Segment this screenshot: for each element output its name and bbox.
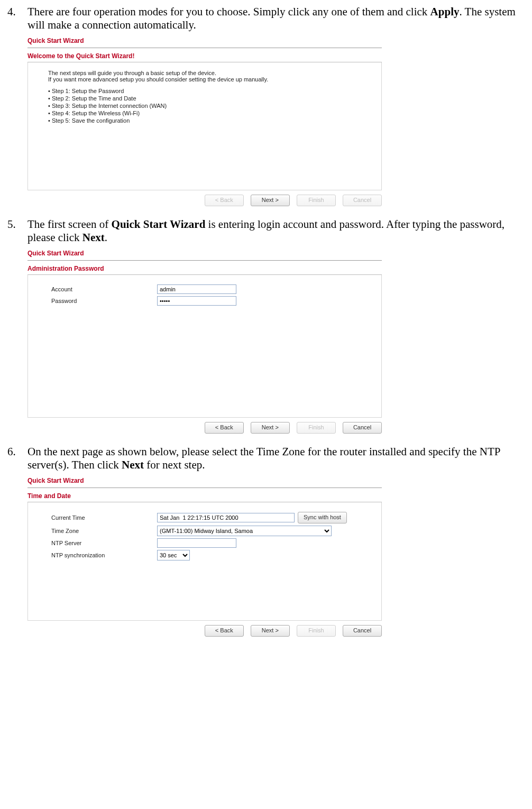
wizard-subtitle: Administration Password — [27, 264, 382, 274]
bold: Next — [82, 231, 105, 244]
intro-line: If you want more advanced setup you shou… — [48, 76, 372, 82]
next-button[interactable]: Next > — [251, 195, 290, 206]
step-item: • Step 2: Setup the Time and Date — [48, 95, 372, 102]
finish-button: Finish — [297, 195, 336, 206]
step-number: 6. — [4, 445, 27, 458]
current-time-input[interactable] — [157, 513, 295, 522]
timezone-label: Time Zone — [51, 528, 157, 534]
cancel-button[interactable]: Cancel — [343, 625, 382, 637]
ntp-sync-label: NTP synchronization — [51, 552, 157, 558]
ntp-server-label: NTP Server — [51, 540, 157, 546]
back-button[interactable]: < Back — [205, 422, 244, 434]
wizard-panel: Current Time Sync with host Time Zone (G… — [27, 502, 382, 621]
timezone-row: Time Zone (GMT-11:00) Midway Island, Sam… — [51, 526, 372, 536]
divider — [27, 488, 382, 488]
ntp-sync-row: NTP synchronization 30 sec — [51, 550, 372, 560]
wizard-panel: Account Password — [27, 275, 382, 418]
bold: Quick Start Wizard — [112, 218, 206, 231]
wizard-panel: The next steps will guide you through a … — [27, 62, 382, 190]
back-button[interactable]: < Back — [205, 625, 244, 637]
divider — [27, 48, 382, 48]
sync-with-host-button[interactable]: Sync with host — [298, 512, 347, 523]
screenshot-timedate: Quick Start Wizard Time and Date Current… — [27, 475, 382, 637]
current-time-row: Current Time Sync with host — [51, 512, 372, 523]
wizard-title: Quick Start Wizard — [27, 35, 382, 47]
wizard-subtitle: Welcome to the Quick Start Wizard! — [27, 51, 382, 62]
step-text: There are four operation modes for you t… — [27, 5, 528, 32]
button-row: < Back Next > Finish Cancel — [27, 190, 382, 206]
intro-line: The next steps will guide you through a … — [48, 70, 372, 76]
wizard-title: Quick Start Wizard — [27, 475, 382, 486]
account-label: Account — [51, 286, 157, 292]
finish-button: Finish — [297, 422, 336, 434]
button-row: < Back Next > Finish Cancel — [27, 418, 382, 434]
back-button: < Back — [205, 195, 244, 206]
step-5: 5. The first screen of Quick Start Wizar… — [4, 218, 528, 244]
password-input[interactable] — [157, 296, 236, 306]
text: On the next page as shown below, please … — [27, 445, 500, 471]
next-button[interactable]: Next > — [251, 422, 290, 434]
step-number: 5. — [4, 218, 27, 231]
divider — [27, 260, 382, 261]
step-item: • Step 4: Setup the Wireless (Wi-Fi) — [48, 110, 372, 116]
cancel-button[interactable]: Cancel — [343, 422, 382, 434]
timezone-select[interactable]: (GMT-11:00) Midway Island, Samoa — [157, 526, 332, 536]
ntp-server-row: NTP Server — [51, 538, 372, 548]
wizard-subtitle: Time and Date — [27, 491, 382, 502]
password-label: Password — [51, 298, 157, 304]
text: . — [105, 231, 107, 244]
step-text: The first screen of Quick Start Wizard i… — [27, 218, 528, 244]
ntp-sync-select[interactable]: 30 sec — [157, 550, 190, 560]
step-6: 6. On the next page as shown below, plea… — [4, 445, 528, 472]
step-item: • Step 1: Setup the Password — [48, 88, 372, 94]
cancel-button: Cancel — [343, 195, 382, 206]
step-item: • Step 3: Setup the Internet connection … — [48, 103, 372, 109]
account-input[interactable] — [157, 284, 236, 294]
password-row: Password — [51, 296, 372, 306]
step-4: 4. There are four operation modes for yo… — [4, 5, 528, 32]
steps-list: • Step 1: Setup the Password • Step 2: S… — [48, 88, 372, 124]
text: The first screen of — [27, 218, 112, 231]
ntp-server-input[interactable] — [157, 538, 236, 548]
bold: Apply — [430, 5, 460, 18]
button-row: < Back Next > Finish Cancel — [27, 621, 382, 637]
step-text: On the next page as shown below, please … — [27, 445, 528, 472]
text: for next step. — [144, 458, 205, 471]
next-button[interactable]: Next > — [251, 625, 290, 637]
finish-button: Finish — [297, 625, 336, 637]
step-item: • Step 5: Save the configuration — [48, 117, 372, 124]
step-number: 4. — [4, 5, 27, 19]
wizard-title: Quick Start Wizard — [27, 247, 382, 259]
account-row: Account — [51, 284, 372, 294]
screenshot-password: Quick Start Wizard Administration Passwo… — [27, 247, 382, 434]
text: There are four operation modes for you t… — [27, 5, 430, 18]
bold: Next — [122, 458, 144, 471]
screenshot-welcome: Quick Start Wizard Welcome to the Quick … — [27, 35, 382, 206]
current-time-label: Current Time — [51, 514, 157, 521]
